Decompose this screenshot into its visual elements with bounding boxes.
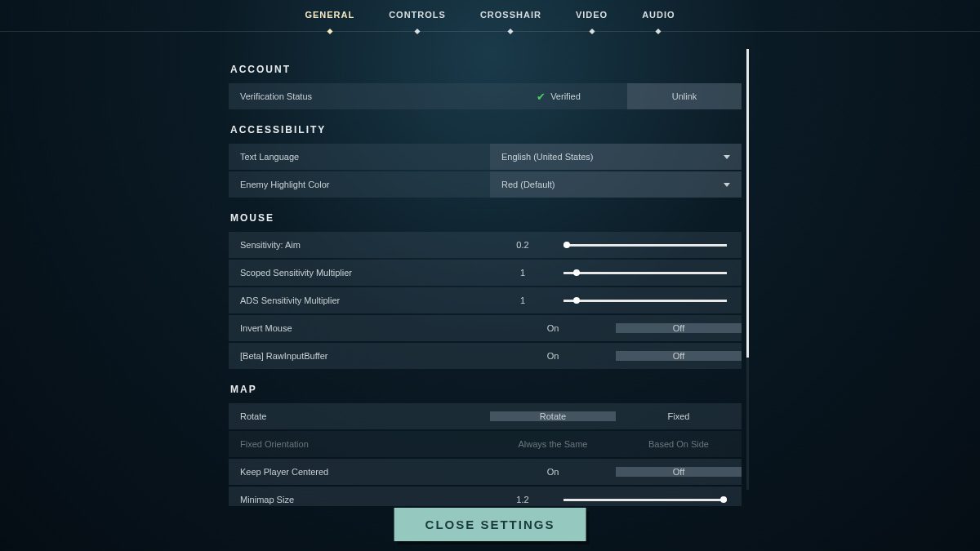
sensitivity-slider[interactable] — [564, 244, 727, 247]
text-language-dropdown[interactable]: English (United States) — [490, 144, 742, 170]
section-map-title: MAP — [230, 384, 742, 395]
verified-text: Verified — [550, 91, 581, 101]
rotate-option[interactable]: Rotate — [490, 411, 616, 421]
text-language-value: English (United States) — [501, 152, 594, 162]
rawinput-off[interactable]: Off — [616, 351, 742, 361]
fixed-orientation-label: Fixed Orientation — [229, 439, 490, 449]
scrollbar[interactable] — [746, 49, 749, 490]
row-scoped: Scoped Sensitivity Multiplier 1 — [229, 260, 742, 286]
row-sensitivity: Sensitivity: Aim 0.2 — [229, 232, 742, 258]
row-fixed-orientation: Fixed Orientation Always the Same Based … — [229, 431, 742, 457]
section-accessibility-title: ACCESSIBILITY — [230, 124, 742, 136]
rotate-label: Rotate — [229, 411, 490, 421]
tab-general[interactable]: GENERAL — [305, 10, 354, 31]
sensitivity-value[interactable]: 0.2 — [490, 240, 555, 250]
check-icon: ✔ — [537, 91, 546, 103]
row-rawinput: [Beta] RawInputBuffer On Off — [229, 343, 742, 369]
row-ads: ADS Sensitivity Multiplier 1 — [229, 287, 742, 313]
scoped-slider[interactable] — [564, 272, 727, 274]
row-verification: Verification Status ✔ Verified Unlink — [229, 83, 742, 109]
chevron-down-icon — [724, 155, 730, 159]
rawinput-on[interactable]: On — [490, 351, 616, 361]
keep-centered-off[interactable]: Off — [616, 467, 742, 477]
settings-panel: ACCOUNT Verification Status ✔ Verified U… — [229, 49, 751, 506]
ads-slider[interactable] — [564, 300, 727, 302]
row-rotate: Rotate Rotate Fixed — [229, 403, 742, 429]
invert-off[interactable]: Off — [616, 323, 742, 333]
settings-scroll[interactable]: ACCOUNT Verification Status ✔ Verified U… — [229, 49, 751, 506]
always-same-option: Always the Same — [490, 439, 616, 449]
settings-tabs: GENERAL CONTROLS CROSSHAIR VIDEO AUDIO — [0, 0, 980, 32]
minimap-label: Minimap Size — [229, 495, 490, 504]
enemy-highlight-label: Enemy Highlight Color — [229, 180, 490, 189]
keep-centered-on[interactable]: On — [490, 467, 616, 477]
chevron-down-icon — [724, 183, 730, 187]
row-text-language: Text Language English (United States) — [229, 144, 742, 170]
row-invert: Invert Mouse On Off — [229, 315, 742, 341]
tab-video[interactable]: VIDEO — [576, 10, 608, 31]
minimap-slider[interactable] — [564, 499, 727, 501]
verification-status: ✔ Verified — [490, 83, 627, 109]
ads-label: ADS Sensitivity Multiplier — [229, 295, 490, 305]
section-mouse-title: MOUSE — [230, 212, 742, 224]
section-account-title: ACCOUNT — [230, 64, 742, 75]
rawinput-label: [Beta] RawInputBuffer — [229, 351, 490, 361]
scoped-value[interactable]: 1 — [490, 268, 555, 278]
scrollbar-thumb[interactable] — [746, 49, 749, 358]
unlink-button[interactable]: Unlink — [627, 83, 742, 109]
minimap-value[interactable]: 1.2 — [490, 495, 555, 504]
row-minimap-size: Minimap Size 1.2 — [229, 487, 742, 506]
based-side-option: Based On Side — [616, 439, 742, 449]
tab-audio[interactable]: AUDIO — [642, 10, 675, 31]
tab-crosshair[interactable]: CROSSHAIR — [480, 10, 541, 31]
text-language-label: Text Language — [229, 152, 490, 162]
tab-controls[interactable]: CONTROLS — [389, 10, 446, 31]
ads-value[interactable]: 1 — [490, 295, 555, 305]
scoped-label: Scoped Sensitivity Multiplier — [229, 268, 490, 278]
enemy-highlight-value: Red (Default) — [501, 180, 555, 189]
invert-on[interactable]: On — [490, 323, 616, 333]
row-keep-centered: Keep Player Centered On Off — [229, 459, 742, 485]
close-settings-button[interactable]: CLOSE SETTINGS — [394, 508, 586, 541]
keep-centered-label: Keep Player Centered — [229, 467, 490, 477]
fixed-option[interactable]: Fixed — [616, 411, 742, 421]
sensitivity-label: Sensitivity: Aim — [229, 240, 490, 250]
invert-label: Invert Mouse — [229, 323, 490, 333]
verification-label: Verification Status — [229, 91, 490, 101]
enemy-highlight-dropdown[interactable]: Red (Default) — [490, 171, 742, 198]
row-enemy-highlight: Enemy Highlight Color Red (Default) — [229, 171, 742, 198]
